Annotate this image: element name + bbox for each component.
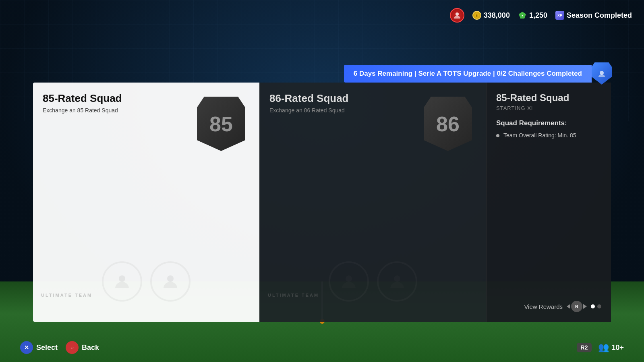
players-icon: 👥 xyxy=(598,342,609,353)
bottom-controls: ✕ Select ○ Back xyxy=(20,341,99,354)
players-badge: 👥 10+ xyxy=(598,342,624,353)
req-text-1: Team Overall Rating: Min. 85 xyxy=(503,132,576,139)
svg-point-5 xyxy=(167,275,174,282)
page-dots xyxy=(591,304,601,308)
svg-text:▼: ▼ xyxy=(521,14,524,17)
right-panel: 85-Rated Squad STARTING XI Squad Require… xyxy=(486,83,611,322)
svg-point-3 xyxy=(600,71,604,75)
coins-value: 338,000 xyxy=(484,11,510,20)
watermark-logo-3 xyxy=(329,261,369,302)
r2-badge[interactable]: R2 xyxy=(577,343,592,352)
badge-shape-86: 86 xyxy=(424,97,472,151)
challenge-banner: 6 Days Remaining | Serie A TOTS Upgrade … xyxy=(344,62,612,85)
select-control[interactable]: ✕ Select xyxy=(20,341,58,354)
squad-card-85[interactable]: 85-Rated Squad Exchange an 85 Rated Squa… xyxy=(33,83,259,322)
watermark-logo-1 xyxy=(102,261,142,302)
nav-arrow-left xyxy=(567,304,570,309)
bottom-right: R2 👥 10+ xyxy=(577,342,624,353)
req-bullet-1 xyxy=(496,134,499,137)
page-dot-2 xyxy=(597,304,601,308)
coins-icon: $ xyxy=(472,11,481,20)
svg-point-7 xyxy=(394,275,400,282)
nav-arrows: R xyxy=(567,301,587,312)
profile-icon xyxy=(450,8,464,23)
page-dot-1 xyxy=(591,304,595,308)
nav-arrow-right xyxy=(583,304,587,309)
rating-badge-85: 85 xyxy=(195,95,247,153)
requirements-heading: Squad Requirements: xyxy=(496,119,601,127)
points-display: ▼ 1,250 xyxy=(518,11,547,20)
squad-card-86[interactable]: 86-Rated Squad Exchange an 86 Rated Squa… xyxy=(259,83,486,322)
players-count: 10+ xyxy=(611,343,624,352)
points-icon: ▼ xyxy=(518,11,527,20)
banner-shield xyxy=(592,62,612,85)
badge-shape-85: 85 xyxy=(197,97,245,151)
top-hud: $ 338,000 ▼ 1,250 XP Season Completed xyxy=(450,8,632,23)
banner-text: 6 Days Remaining | Serie A TOTS Upgrade … xyxy=(344,65,592,83)
r-button[interactable]: R xyxy=(571,301,582,312)
right-panel-title: 85-Rated Squad xyxy=(496,92,601,103)
requirement-item-1: Team Overall Rating: Min. 85 xyxy=(496,132,601,139)
card-86-watermarks xyxy=(260,241,486,322)
view-rewards-row[interactable]: View Rewards R xyxy=(496,301,601,312)
svg-point-0 xyxy=(456,12,459,16)
badge-rating-85: 85 xyxy=(209,112,233,136)
o-button[interactable]: ○ xyxy=(66,341,79,354)
back-control[interactable]: ○ Back xyxy=(66,341,99,354)
right-panel-subtitle: STARTING XI xyxy=(496,105,601,111)
card-86-watermark-text: ULTIMATE TEAM xyxy=(268,293,319,298)
view-rewards-label: View Rewards xyxy=(524,303,563,310)
select-label: Select xyxy=(36,343,58,352)
svg-point-4 xyxy=(119,275,125,282)
xp-icon: XP xyxy=(555,11,564,20)
season-status: Season Completed xyxy=(567,11,632,20)
badge-rating-86: 86 xyxy=(436,112,460,136)
card-85-watermarks xyxy=(33,241,259,322)
main-content: 85-Rated Squad Exchange an 85 Rated Squa… xyxy=(33,83,611,322)
xp-display: XP Season Completed xyxy=(555,11,632,20)
card-85-watermark-text: ULTIMATE TEAM xyxy=(41,293,92,298)
back-label: Back xyxy=(82,343,99,352)
watermark-logo-2 xyxy=(150,261,191,302)
x-button[interactable]: ✕ xyxy=(20,341,33,354)
points-value: 1,250 xyxy=(529,11,547,20)
bottom-bar: ✕ Select ○ Back R2 👥 10+ xyxy=(20,341,624,354)
rating-badge-86: 86 xyxy=(422,95,474,153)
svg-point-6 xyxy=(346,275,352,282)
watermark-logo-4 xyxy=(377,261,417,302)
coins-display: $ 338,000 xyxy=(472,11,510,20)
